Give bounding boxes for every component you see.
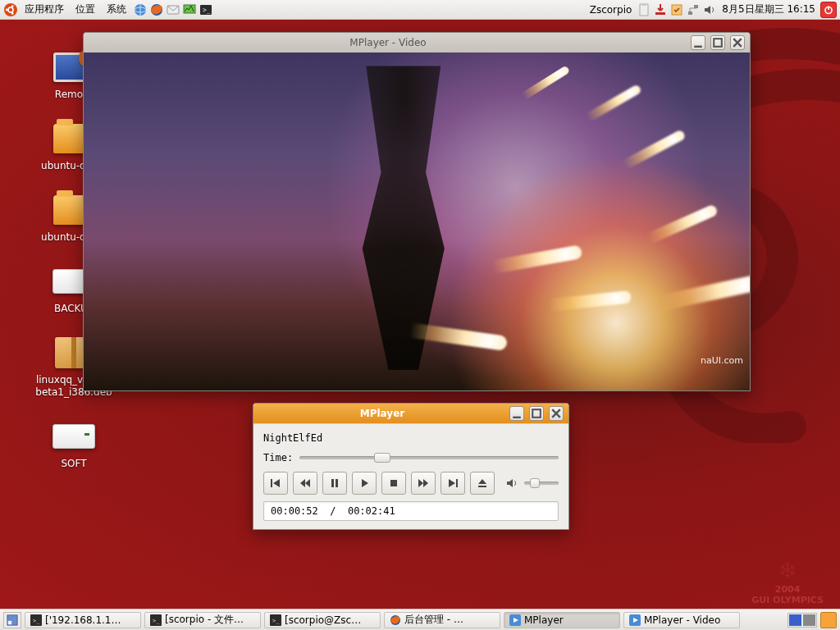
power-button[interactable] (820, 2, 837, 18)
svg-rect-13 (641, 3, 646, 6)
taskbar-item[interactable]: MPlayer - Video (623, 612, 740, 628)
maximize-button[interactable] (529, 406, 544, 421)
taskbar-item-label: [scorpio - 文件… (165, 613, 244, 627)
svg-rect-12 (640, 4, 648, 16)
firefox-icon (390, 614, 401, 626)
terminal-icon: >_ (30, 614, 42, 626)
svg-rect-16 (688, 11, 692, 15)
monitor-icon[interactable] (182, 2, 197, 17)
firefox-icon[interactable] (149, 2, 164, 17)
desktop-icon-label: SOFT (16, 458, 131, 470)
svg-marker-25 (273, 479, 280, 487)
menu-system[interactable]: 系统 (102, 2, 131, 16)
seek-thumb[interactable] (374, 453, 390, 463)
video-canvas[interactable]: naUI.com (84, 52, 750, 390)
menu-applications[interactable]: 应用程序 (20, 2, 69, 16)
skip-end-button[interactable] (441, 472, 465, 495)
user-label[interactable]: Zscorpio (587, 4, 636, 16)
eject-button[interactable] (470, 472, 495, 495)
svg-marker-36 (478, 479, 486, 484)
mplayer-titlebar[interactable]: MPlayer (253, 404, 568, 423)
stop-button[interactable] (381, 472, 406, 495)
taskbar-item-label: ['192.168.1.1… (45, 614, 121, 626)
video-window-title: MPlayer - Video (90, 37, 686, 48)
svg-marker-27 (305, 479, 310, 487)
svg-rect-23 (532, 409, 541, 418)
terminal-icon[interactable]: >_ (199, 2, 213, 17)
svg-point-4 (11, 12, 14, 15)
tray-update-icon[interactable] (669, 2, 684, 17)
svg-point-3 (11, 5, 14, 7)
video-window: MPlayer - Video naUI.com (83, 32, 751, 391)
svg-marker-26 (300, 479, 305, 487)
mplayer-window: MPlayer NightElfEd Time: 00:0 (253, 403, 569, 530)
svg-text:>_: >_ (272, 618, 280, 624)
clock[interactable]: 8月5日星期三 16:15 (719, 2, 819, 16)
svg-marker-32 (418, 479, 423, 487)
tray-clipboard-icon[interactable] (637, 2, 651, 17)
fastforward-button[interactable] (411, 472, 436, 495)
svg-rect-17 (694, 5, 698, 8)
svg-rect-21 (714, 39, 722, 47)
tray-volume-icon[interactable] (702, 2, 717, 17)
desktop-badge: ❄ 2004 GUI OLYMPICS (751, 557, 824, 605)
taskbar-item[interactable]: MPlayer (504, 612, 620, 628)
trash-icon[interactable] (820, 612, 837, 628)
svg-text:>_: >_ (153, 618, 160, 624)
mail-icon[interactable] (166, 2, 180, 17)
taskbar-item[interactable]: >_[scorpio@Zsc… (264, 612, 381, 628)
terminal-icon: >_ (150, 614, 162, 626)
video-window-titlebar[interactable]: MPlayer - Video (84, 33, 750, 52)
volume-icon (504, 476, 519, 491)
svg-rect-14 (655, 12, 665, 15)
taskbar-item[interactable]: >_[scorpio - 文件… (144, 612, 261, 628)
svg-rect-31 (390, 480, 397, 486)
seek-slider[interactable] (299, 456, 559, 459)
taskbar-item[interactable]: 后台管理 - … (384, 612, 500, 628)
svg-marker-34 (449, 479, 455, 487)
mplayer-icon (509, 614, 521, 626)
video-watermark: naUI.com (701, 355, 743, 366)
svg-point-2 (6, 8, 8, 11)
volume-slider[interactable] (524, 482, 559, 485)
close-button[interactable] (730, 35, 745, 50)
pause-button[interactable] (322, 472, 347, 495)
maximize-button[interactable] (710, 35, 725, 50)
taskbar-item[interactable]: >_['192.168.1.1… (25, 612, 141, 628)
show-desktop-button[interactable] (3, 612, 21, 628)
ubuntu-logo-icon[interactable] (3, 2, 18, 17)
svg-text:>_: >_ (203, 7, 211, 14)
desktop-icon[interactable]: SOFT (16, 418, 131, 470)
svg-rect-39 (8, 620, 11, 623)
svg-marker-30 (362, 479, 368, 487)
time-readout: 00:00:52 / 00:02:41 (263, 501, 559, 521)
menu-places[interactable]: 位置 (71, 2, 100, 16)
globe-icon[interactable] (133, 2, 148, 17)
taskbar-item-label: MPlayer (524, 614, 564, 626)
volume-thumb[interactable] (530, 478, 540, 488)
minimize-button[interactable] (691, 35, 705, 50)
bottom-panel: >_['192.168.1.1…>_[scorpio - 文件…>_[scorp… (0, 609, 840, 630)
workspace-switcher[interactable] (788, 613, 817, 628)
taskbar-item-label: MPlayer - Video (644, 614, 720, 626)
svg-rect-28 (331, 479, 334, 487)
play-button[interactable] (352, 472, 377, 495)
close-button[interactable] (549, 406, 564, 421)
svg-rect-24 (271, 479, 272, 487)
minimize-button[interactable] (509, 406, 524, 421)
tray-download-icon[interactable] (653, 2, 668, 17)
taskbar-item-label: [scorpio@Zsc… (285, 614, 361, 626)
svg-marker-33 (423, 479, 428, 487)
svg-rect-35 (456, 479, 458, 487)
mplayer-icon (629, 614, 641, 626)
time-label: Time: (263, 452, 293, 463)
track-name: NightElfEd (263, 432, 559, 444)
svg-text:>_: >_ (33, 618, 40, 624)
rewind-button[interactable] (293, 472, 317, 495)
top-panel: 应用程序 位置 系统 >_ Zscorpio 8月5日星期三 16:15 (0, 0, 840, 20)
skip-start-button[interactable] (263, 472, 288, 495)
svg-rect-37 (478, 486, 486, 487)
taskbar-item-label: 后台管理 - … (404, 613, 463, 627)
tray-network-icon[interactable] (686, 2, 701, 17)
mplayer-title: MPlayer (260, 408, 504, 419)
